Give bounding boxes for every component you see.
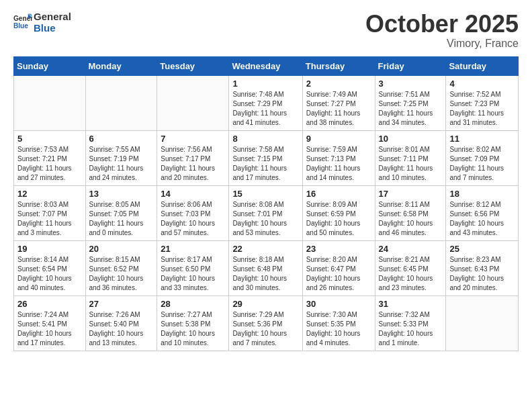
day-info: Sunrise: 7:30 AM Sunset: 5:35 PM Dayligh… — [306, 310, 371, 348]
calendar-cell: 18Sunrise: 8:12 AM Sunset: 6:56 PM Dayli… — [446, 185, 519, 240]
day-info: Sunrise: 8:03 AM Sunset: 7:07 PM Dayligh… — [17, 200, 82, 238]
day-info: Sunrise: 8:01 AM Sunset: 7:11 PM Dayligh… — [379, 145, 443, 183]
weekday-header-row: SundayMondayTuesdayWednesdayThursdayFrid… — [14, 56, 519, 75]
day-number: 3 — [379, 79, 443, 89]
day-number: 24 — [379, 244, 443, 254]
day-number: 7 — [161, 134, 225, 144]
day-number: 16 — [306, 189, 371, 199]
calendar-cell: 11Sunrise: 8:02 AM Sunset: 7:09 PM Dayli… — [446, 130, 519, 185]
day-info: Sunrise: 7:48 AM Sunset: 7:29 PM Dayligh… — [232, 90, 298, 128]
day-info: Sunrise: 8:05 AM Sunset: 7:05 PM Dayligh… — [89, 200, 154, 238]
day-info: Sunrise: 8:02 AM Sunset: 7:09 PM Dayligh… — [449, 145, 515, 183]
weekday-header-cell: Thursday — [302, 56, 375, 75]
day-number: 18 — [449, 189, 515, 199]
calendar-cell — [85, 75, 157, 130]
day-info: Sunrise: 8:08 AM Sunset: 7:01 PM Dayligh… — [232, 200, 298, 238]
logo-icon: General Blue — [13, 13, 32, 32]
calendar-cell: 19Sunrise: 8:14 AM Sunset: 6:54 PM Dayli… — [14, 240, 86, 295]
calendar-cell — [157, 75, 229, 130]
calendar-cell: 30Sunrise: 7:30 AM Sunset: 5:35 PM Dayli… — [302, 295, 375, 351]
calendar-week-row: 5Sunrise: 7:53 AM Sunset: 7:21 PM Daylig… — [14, 130, 519, 185]
calendar-cell: 17Sunrise: 8:11 AM Sunset: 6:58 PM Dayli… — [375, 185, 446, 240]
day-info: Sunrise: 8:20 AM Sunset: 6:47 PM Dayligh… — [306, 255, 371, 293]
calendar-cell: 1Sunrise: 7:48 AM Sunset: 7:29 PM Daylig… — [229, 75, 302, 130]
calendar-cell: 16Sunrise: 8:09 AM Sunset: 6:59 PM Dayli… — [302, 185, 375, 240]
weekday-header-cell: Sunday — [14, 56, 86, 75]
weekday-header-cell: Friday — [375, 56, 446, 75]
day-info: Sunrise: 7:56 AM Sunset: 7:17 PM Dayligh… — [161, 145, 225, 183]
weekday-header-cell: Monday — [85, 56, 157, 75]
day-info: Sunrise: 7:29 AM Sunset: 5:36 PM Dayligh… — [232, 310, 298, 348]
day-number: 5 — [17, 134, 82, 144]
calendar-cell: 7Sunrise: 7:56 AM Sunset: 7:17 PM Daylig… — [157, 130, 229, 185]
calendar-cell: 4Sunrise: 7:52 AM Sunset: 7:23 PM Daylig… — [446, 75, 519, 130]
logo-line1: General — [34, 11, 71, 22]
calendar-cell: 10Sunrise: 8:01 AM Sunset: 7:11 PM Dayli… — [375, 130, 446, 185]
day-info: Sunrise: 7:49 AM Sunset: 7:27 PM Dayligh… — [306, 90, 371, 128]
day-info: Sunrise: 7:52 AM Sunset: 7:23 PM Dayligh… — [449, 90, 515, 128]
day-number: 22 — [232, 244, 298, 254]
day-info: Sunrise: 7:26 AM Sunset: 5:40 PM Dayligh… — [89, 310, 154, 348]
day-number: 17 — [379, 189, 443, 199]
day-number: 31 — [379, 299, 443, 309]
calendar-cell: 15Sunrise: 8:08 AM Sunset: 7:01 PM Dayli… — [229, 185, 302, 240]
calendar-cell: 28Sunrise: 7:27 AM Sunset: 5:38 PM Dayli… — [157, 295, 229, 351]
day-info: Sunrise: 8:17 AM Sunset: 6:50 PM Dayligh… — [161, 255, 225, 293]
day-info: Sunrise: 7:58 AM Sunset: 7:15 PM Dayligh… — [232, 145, 298, 183]
weekday-header-cell: Saturday — [446, 56, 519, 75]
calendar-cell: 22Sunrise: 8:18 AM Sunset: 6:48 PM Dayli… — [229, 240, 302, 295]
day-number: 2 — [306, 79, 371, 89]
calendar-cell: 24Sunrise: 8:21 AM Sunset: 6:45 PM Dayli… — [375, 240, 446, 295]
day-info: Sunrise: 8:14 AM Sunset: 6:54 PM Dayligh… — [17, 255, 82, 293]
calendar-cell: 9Sunrise: 7:59 AM Sunset: 7:13 PM Daylig… — [302, 130, 375, 185]
day-number: 25 — [449, 244, 515, 254]
day-number: 8 — [232, 134, 298, 144]
day-number: 11 — [449, 134, 515, 144]
day-number: 1 — [232, 79, 298, 89]
calendar-cell: 12Sunrise: 8:03 AM Sunset: 7:07 PM Dayli… — [14, 185, 86, 240]
day-number: 26 — [17, 299, 82, 309]
header: General Blue General Blue October 2025 V… — [13, 11, 519, 50]
day-info: Sunrise: 7:51 AM Sunset: 7:25 PM Dayligh… — [379, 90, 443, 128]
calendar-cell — [446, 295, 519, 351]
calendar-week-row: 26Sunrise: 7:24 AM Sunset: 5:41 PM Dayli… — [14, 295, 519, 351]
day-number: 9 — [306, 134, 371, 144]
calendar-cell: 23Sunrise: 8:20 AM Sunset: 6:47 PM Dayli… — [302, 240, 375, 295]
day-number: 4 — [449, 79, 515, 89]
calendar-cell: 5Sunrise: 7:53 AM Sunset: 7:21 PM Daylig… — [14, 130, 86, 185]
calendar-cell: 8Sunrise: 7:58 AM Sunset: 7:15 PM Daylig… — [229, 130, 302, 185]
day-number: 12 — [17, 189, 82, 199]
calendar-cell: 31Sunrise: 7:32 AM Sunset: 5:33 PM Dayli… — [375, 295, 446, 351]
day-info: Sunrise: 7:27 AM Sunset: 5:38 PM Dayligh… — [161, 310, 225, 348]
day-number: 27 — [89, 299, 154, 309]
day-info: Sunrise: 8:23 AM Sunset: 6:43 PM Dayligh… — [449, 255, 515, 293]
day-number: 14 — [161, 189, 225, 199]
day-number: 30 — [306, 299, 371, 309]
calendar-week-row: 1Sunrise: 7:48 AM Sunset: 7:29 PM Daylig… — [14, 75, 519, 130]
svg-text:Blue: Blue — [13, 23, 28, 30]
logo-line2: Blue — [34, 22, 71, 34]
calendar-cell: 27Sunrise: 7:26 AM Sunset: 5:40 PM Dayli… — [85, 295, 157, 351]
day-number: 6 — [89, 134, 154, 144]
page: General Blue General Blue October 2025 V… — [0, 0, 532, 365]
calendar-week-row: 12Sunrise: 8:03 AM Sunset: 7:07 PM Dayli… — [14, 185, 519, 240]
day-number: 21 — [161, 244, 225, 254]
day-number: 20 — [89, 244, 154, 254]
day-info: Sunrise: 7:59 AM Sunset: 7:13 PM Dayligh… — [306, 145, 371, 183]
calendar-cell: 6Sunrise: 7:55 AM Sunset: 7:19 PM Daylig… — [85, 130, 157, 185]
location-title: Vimory, France — [365, 38, 519, 50]
calendar-cell: 25Sunrise: 8:23 AM Sunset: 6:43 PM Dayli… — [446, 240, 519, 295]
day-number: 15 — [232, 189, 298, 199]
calendar-body: 1Sunrise: 7:48 AM Sunset: 7:29 PM Daylig… — [14, 75, 519, 351]
day-info: Sunrise: 8:11 AM Sunset: 6:58 PM Dayligh… — [379, 200, 443, 238]
weekday-header-cell: Wednesday — [229, 56, 302, 75]
calendar: SundayMondayTuesdayWednesdayThursdayFrid… — [13, 56, 519, 351]
day-number: 23 — [306, 244, 371, 254]
calendar-cell: 26Sunrise: 7:24 AM Sunset: 5:41 PM Dayli… — [14, 295, 86, 351]
calendar-cell: 21Sunrise: 8:17 AM Sunset: 6:50 PM Dayli… — [157, 240, 229, 295]
day-number: 28 — [161, 299, 225, 309]
calendar-week-row: 19Sunrise: 8:14 AM Sunset: 6:54 PM Dayli… — [14, 240, 519, 295]
calendar-cell: 3Sunrise: 7:51 AM Sunset: 7:25 PM Daylig… — [375, 75, 446, 130]
day-number: 10 — [379, 134, 443, 144]
day-info: Sunrise: 8:21 AM Sunset: 6:45 PM Dayligh… — [379, 255, 443, 293]
